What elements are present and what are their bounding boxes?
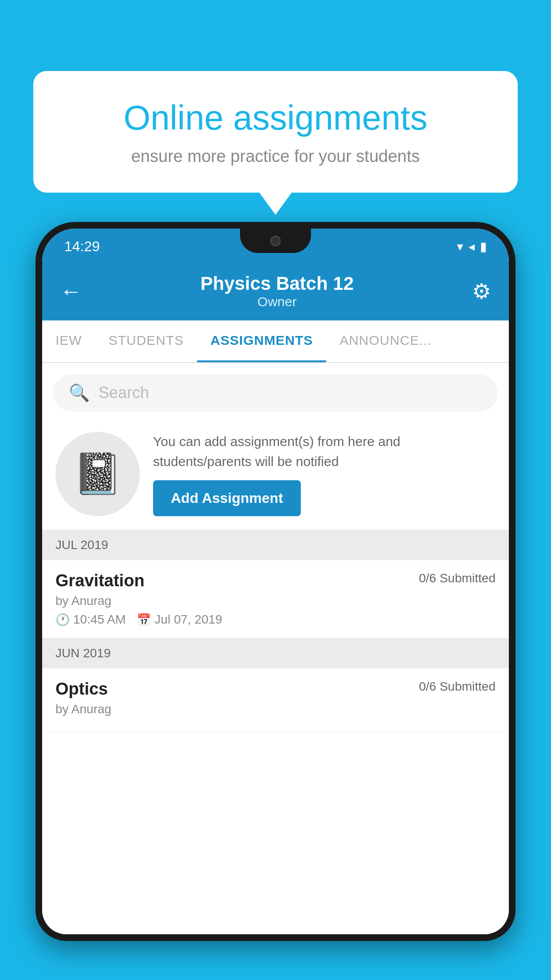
header-center: Physics Batch 12 Owner <box>201 273 354 309</box>
assignment-submitted-gravitation: 0/6 Submitted <box>419 571 496 585</box>
assignment-submitted-optics: 0/6 Submitted <box>419 680 496 694</box>
camera-dot <box>270 236 281 246</box>
search-bar[interactable]: 🔍 Search <box>53 374 498 411</box>
add-assignment-button[interactable]: Add Assignment <box>153 480 301 516</box>
speech-bubble: Online assignments ensure more practice … <box>33 71 518 193</box>
phone-screen: 14:29 ▾ ◂ ▮ ← Physics Batch 12 Owner ⚙ <box>42 229 509 934</box>
status-time: 14:29 <box>64 238 100 255</box>
calendar-icon: 📅 <box>137 613 151 627</box>
search-icon: 🔍 <box>69 383 90 403</box>
back-button[interactable]: ← <box>60 278 82 304</box>
month-header-jul: JUL 2019 <box>42 530 509 560</box>
assignment-date-gravitation: 📅 Jul 07, 2019 <box>137 612 222 627</box>
tab-announcements[interactable]: ANNOUNCE... <box>326 320 445 362</box>
assignment-top-row: Gravitation 0/6 Submitted <box>55 571 496 590</box>
status-icons: ▾ ◂ ▮ <box>457 239 487 254</box>
month-header-jun: JUN 2019 <box>42 638 509 668</box>
assignment-item-gravitation[interactable]: Gravitation 0/6 Submitted by Anurag 🕐 10… <box>42 560 509 638</box>
tab-assignments[interactable]: ASSIGNMENTS <box>197 320 326 362</box>
signal-icon: ◂ <box>468 239 475 254</box>
add-assignment-description: You can add assignment(s) from here and … <box>153 431 496 471</box>
content-area: 🔍 Search 📓 You can add assignment(s) fro… <box>42 363 509 934</box>
add-assignment-section: 📓 You can add assignment(s) from here an… <box>42 418 509 530</box>
status-bar: 14:29 ▾ ◂ ▮ <box>42 229 509 264</box>
phone-outer: 14:29 ▾ ◂ ▮ ← Physics Batch 12 Owner ⚙ <box>35 222 516 941</box>
clock-icon: 🕐 <box>55 613 70 627</box>
assignment-top-row-optics: Optics 0/6 Submitted <box>55 680 496 699</box>
tab-students[interactable]: STUDENTS <box>95 320 197 362</box>
bubble-subtitle: ensure more practice for your students <box>64 147 487 166</box>
assignment-meta-gravitation: 🕐 10:45 AM 📅 Jul 07, 2019 <box>55 612 496 627</box>
assignment-name-gravitation: Gravitation <box>55 571 145 590</box>
header-subtitle: Owner <box>201 294 354 309</box>
assignment-name-optics: Optics <box>55 680 108 699</box>
settings-icon[interactable]: ⚙ <box>472 279 491 304</box>
tab-iew[interactable]: IEW <box>42 320 95 362</box>
speech-bubble-container: Online assignments ensure more practice … <box>33 71 518 193</box>
wifi-icon: ▾ <box>457 239 463 254</box>
phone-container: 14:29 ▾ ◂ ▮ ← Physics Batch 12 Owner ⚙ <box>35 222 516 980</box>
assignment-item-optics[interactable]: Optics 0/6 Submitted by Anurag <box>42 668 509 732</box>
assignment-time-gravitation: 🕐 10:45 AM <box>55 612 126 627</box>
notebook-icon: 📓 <box>73 450 122 497</box>
notebook-icon-circle: 📓 <box>55 432 140 516</box>
tabs-container: IEW STUDENTS ASSIGNMENTS ANNOUNCE... <box>42 320 509 363</box>
bubble-title: Online assignments <box>64 98 487 138</box>
add-assignment-right: You can add assignment(s) from here and … <box>153 431 496 516</box>
notch <box>240 229 311 253</box>
header-title: Physics Batch 12 <box>201 273 354 294</box>
battery-icon: ▮ <box>480 239 487 254</box>
assignment-by-optics: by Anurag <box>55 702 496 716</box>
assignment-by-gravitation: by Anurag <box>55 594 496 608</box>
search-placeholder: Search <box>98 383 149 402</box>
app-header: ← Physics Batch 12 Owner ⚙ <box>42 264 509 320</box>
